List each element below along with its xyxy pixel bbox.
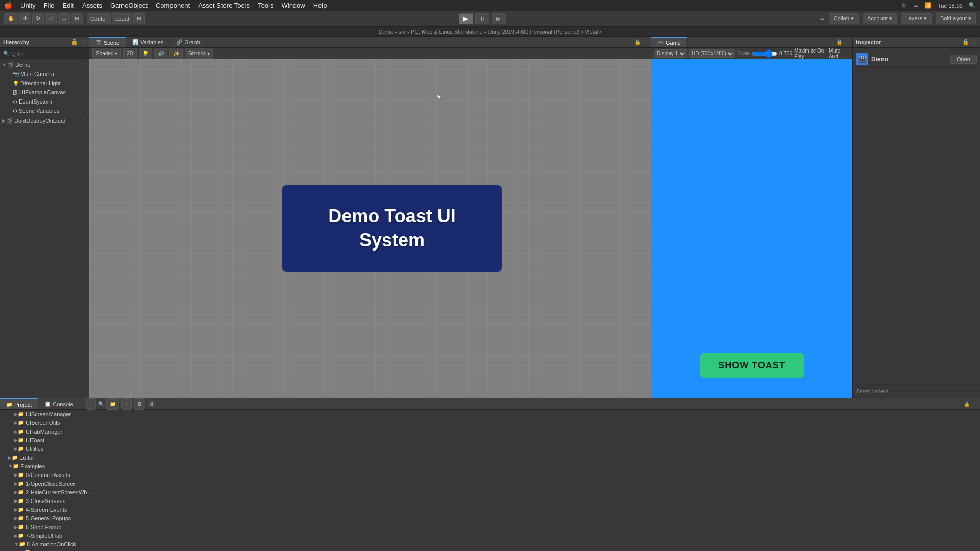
shading-mode-btn[interactable]: Shaded ▾ (92, 48, 121, 59)
hand-tool[interactable]: ✋ (4, 13, 18, 24)
gizmos-btn[interactable]: Gizmos ▾ (185, 48, 213, 59)
game-tab-row: 🎮 Game 🔒 ⋮ (651, 37, 852, 48)
tab-variables[interactable]: 📊 Variables (126, 37, 170, 47)
scale-tool[interactable]: ⤢ (45, 13, 57, 24)
options-icon[interactable]: ⋮ (972, 401, 977, 407)
menu-component[interactable]: Component (156, 2, 190, 9)
hierarchy-item-canvas[interactable]: ▶ 🖼 UIExampleCanvas (0, 88, 89, 97)
folder-item[interactable]: ▶ 📁UIScreenUtils (0, 418, 980, 427)
menu-tools[interactable]: Tools (258, 2, 273, 9)
lock-icon[interactable]: 🔒 (836, 39, 842, 45)
tab-console[interactable]: 📋 Console (38, 398, 80, 409)
menu-unity[interactable]: Unity (20, 2, 36, 9)
list-btn[interactable]: ≡ (121, 398, 132, 410)
tab-scene[interactable]: 🎬 Scene (89, 37, 126, 47)
folder-item[interactable]: ▶ 📁4-Screen Events (0, 505, 980, 514)
resolution-select[interactable]: HD (720x1280) (689, 49, 735, 58)
folder-tree: ▶ 📁UIScreenManager▶ 📁UIScreenUtils▶ 📁UIT… (0, 410, 980, 551)
folder-item[interactable]: ▶ 📁0-CommonAssets (0, 470, 980, 479)
scene-viewport[interactable]: Demo Toast UI System (89, 59, 651, 398)
transform-tools: ✋ ✛ ↻ ⤢ ▭ ⊞ (4, 13, 83, 24)
lock-icon[interactable]: 🔒 (964, 401, 970, 407)
folder-item[interactable]: ▶ 📁UITabManager (0, 427, 980, 436)
options-icon[interactable]: ⋮ (80, 39, 86, 45)
layers-btn[interactable]: Layers ▾ (901, 13, 932, 24)
lock-icon[interactable]: 🔒 (71, 39, 78, 45)
hierarchy-item-maincamera[interactable]: ▶ 📷 Main Camera (0, 69, 89, 79)
boltlayout-btn[interactable]: BoltLayout ▾ (936, 13, 976, 24)
hierarchy-item-dontdestroy[interactable]: ▶ 🎬 DontDestroyOnLoad ⋮ (0, 116, 89, 126)
pause-button[interactable]: ⏸ (475, 13, 489, 24)
hierarchy-search-input[interactable] (11, 51, 86, 57)
hierarchy-item-demo[interactable]: ▼ 🎬 Demo ⋮ (0, 60, 89, 69)
options-icon[interactable]: ⋮ (971, 39, 977, 45)
folder-label: 1-OpenCloseScreen (26, 481, 77, 487)
local-btn[interactable]: Local (112, 13, 132, 24)
tab-project[interactable]: 📁 Project (0, 398, 38, 409)
show-toast-button[interactable]: SHOW TOAST (700, 353, 804, 378)
folder-item[interactable]: ▶ 📁6-Shop Popup (0, 522, 980, 531)
vfx-btn[interactable]: ✨ (169, 48, 183, 59)
move-tool[interactable]: ✛ (19, 13, 31, 24)
unity-icon: ⚙ (901, 2, 906, 9)
play-button[interactable]: ▶ (459, 13, 473, 24)
hierarchy-item-label: DontDestroyOnLoad (14, 118, 65, 124)
options-icon[interactable]: ⋮ (643, 39, 648, 45)
light-btn[interactable]: 💡 (139, 48, 152, 59)
step-button[interactable]: ⏭ (492, 13, 506, 24)
options-icon[interactable]: ⋮ (844, 39, 849, 45)
folder-item[interactable]: ▶ 📁2-HideCurrentScreenWh... (0, 488, 980, 496)
settings-btn[interactable]: ⚙ (134, 398, 145, 410)
add-btn[interactable]: + (86, 398, 96, 410)
apple-menu[interactable]: 🍎 (4, 2, 12, 9)
2d-btn[interactable]: 2D (123, 48, 137, 59)
scale-slider[interactable] (752, 51, 777, 56)
rect-tool[interactable]: ▭ (58, 13, 70, 24)
open-button[interactable]: Open (950, 55, 977, 64)
lock-icon[interactable]: 🔒 (962, 39, 969, 45)
menu-assets[interactable]: Assets (82, 2, 102, 9)
hierarchy-item-light[interactable]: ▶ 💡 Directional Light (0, 79, 89, 88)
folder-item[interactable]: ▶ 📁7-SimpleUITab (0, 531, 980, 540)
lock-icon[interactable]: 🔒 (634, 39, 641, 45)
folder-item[interactable]: ▶ 📁UIScreenManager (0, 410, 980, 418)
more-icon[interactable]: ⋮ (82, 118, 87, 124)
menu-window[interactable]: Window (281, 2, 305, 9)
transform-tool[interactable]: ⊞ (71, 13, 83, 24)
scene-toolbar: Shaded ▾ 2D 💡 🔊 ✨ Gizmos ▾ (89, 48, 651, 59)
rotate-tool[interactable]: ↻ (32, 13, 44, 24)
folder-item[interactable]: ▶ 📁Editor (0, 453, 980, 462)
tab-game[interactable]: 🎮 Game (651, 37, 688, 47)
folder-item[interactable]: ▼ 📁Examples (0, 462, 980, 470)
folder-btn[interactable]: 📁 (106, 398, 119, 410)
folder-item[interactable]: ▶ 📜ScaleAnimOnClick-Sc (0, 548, 980, 551)
folder-label: 8-AnimationOnClick (27, 541, 76, 547)
menu-assetstoretools[interactable]: Asset Store Tools (198, 2, 250, 9)
menu-gameobject[interactable]: GameObject (110, 2, 148, 9)
folder-item[interactable]: ▶ 📁UIToast (0, 436, 980, 444)
account-btn[interactable]: Account ▾ (863, 13, 897, 24)
folder-label: Editor (19, 455, 34, 461)
hierarchy-item-eventsystem[interactable]: ▶ ⚙ EventSystem (0, 97, 89, 106)
more-icon[interactable]: ⋮ (82, 62, 87, 68)
maximize-on-play[interactable]: Maximize On Play (794, 48, 827, 59)
center-btn[interactable]: Center (87, 13, 111, 24)
folder-item[interactable]: ▶ 📁1-OpenCloseScreen (0, 479, 980, 488)
tab-graph[interactable]: 🔗 Graph (170, 37, 207, 47)
folder-item[interactable]: ▶ 📁5-General Popups (0, 514, 980, 522)
folder-item[interactable]: ▶ 📁Utilities (0, 444, 980, 453)
search-icon[interactable]: 🔍 (969, 2, 976, 9)
menu-help[interactable]: Help (313, 2, 327, 9)
grid-btn[interactable]: ⊞ (133, 13, 145, 24)
scene-obj-icon: 🎬 (858, 55, 867, 63)
folder-item[interactable]: ▼ 📁8-AnimationOnClick (0, 540, 980, 548)
hierarchy-item-scenevars[interactable]: ▶ ⚙ Scene Variables (0, 106, 89, 115)
window-title: Demo - src - PC, Mac & Linux Standalone … (378, 29, 601, 35)
collab-btn[interactable]: Collab ▾ (829, 13, 859, 24)
menu-edit[interactable]: Edit (63, 2, 74, 9)
display-select[interactable]: Display 1 (654, 49, 687, 58)
menu-file[interactable]: File (44, 2, 55, 9)
folder-item[interactable]: ▶ 📁3-CloseScreens (0, 496, 980, 505)
mute-audio[interactable]: Mute Aud... (829, 48, 849, 59)
audio-btn[interactable]: 🔊 (154, 48, 167, 59)
